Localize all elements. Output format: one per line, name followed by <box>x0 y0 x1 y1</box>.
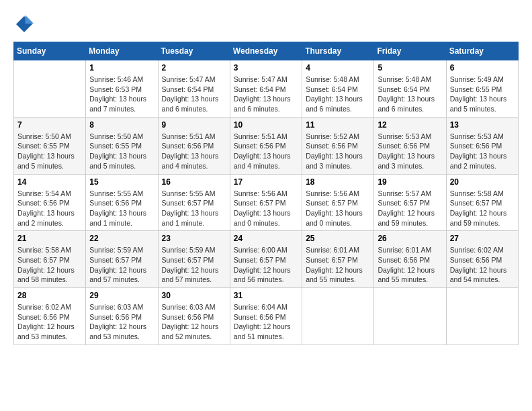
day-info: Sunrise: 5:56 AMSunset: 6:57 PMDaylight:… <box>234 189 298 228</box>
sunset-text: Sunset: 6:57 PM <box>89 256 142 264</box>
calendar-cell <box>14 60 86 118</box>
sunset-text: Sunset: 6:56 PM <box>162 142 214 150</box>
sunset-text: Sunset: 6:57 PM <box>378 199 430 207</box>
day-info: Sunrise: 6:03 AMSunset: 6:56 PMDaylight:… <box>162 302 226 342</box>
daylight-text: Daylight: 13 hours and 7 minutes. <box>89 95 146 113</box>
sunset-text: Sunset: 6:54 PM <box>378 85 430 93</box>
day-info: Sunrise: 5:52 AMSunset: 6:56 PMDaylight:… <box>306 132 370 171</box>
calendar-cell: 26Sunrise: 6:01 AMSunset: 6:56 PMDayligh… <box>374 231 446 288</box>
day-info: Sunrise: 5:48 AMSunset: 6:54 PMDaylight:… <box>378 75 442 114</box>
day-info: Sunrise: 5:50 AMSunset: 6:55 PMDaylight:… <box>89 132 154 171</box>
sunset-text: Sunset: 6:55 PM <box>450 85 502 93</box>
calendar-cell: 19Sunrise: 5:57 AMSunset: 6:57 PMDayligh… <box>374 174 446 231</box>
sunset-text: Sunset: 6:54 PM <box>162 85 214 93</box>
day-number: 2 <box>162 63 226 73</box>
day-info: Sunrise: 5:47 AMSunset: 6:54 PMDaylight:… <box>234 75 298 114</box>
sunrise-text: Sunrise: 5:58 AM <box>450 189 504 197</box>
day-info: Sunrise: 6:02 AMSunset: 6:56 PMDaylight:… <box>450 245 515 285</box>
calendar-cell: 7Sunrise: 5:50 AMSunset: 6:55 PMDaylight… <box>14 117 86 174</box>
sunrise-text: Sunrise: 5:51 AM <box>234 132 287 140</box>
day-number: 29 <box>89 291 154 300</box>
calendar-cell: 24Sunrise: 6:00 AMSunset: 6:57 PMDayligh… <box>230 231 302 288</box>
daylight-text: Daylight: 12 hours and 53 minutes. <box>17 322 75 340</box>
calendar-cell: 15Sunrise: 5:55 AMSunset: 6:56 PMDayligh… <box>86 174 158 231</box>
sunrise-text: Sunrise: 5:59 AM <box>162 246 216 254</box>
sunrise-text: Sunrise: 5:51 AM <box>162 132 216 140</box>
day-number: 24 <box>234 234 298 243</box>
calendar-cell: 25Sunrise: 6:01 AMSunset: 6:57 PMDayligh… <box>302 231 374 288</box>
sunset-text: Sunset: 6:57 PM <box>306 199 358 207</box>
sunset-text: Sunset: 6:56 PM <box>450 142 502 150</box>
sunset-text: Sunset: 6:56 PM <box>234 142 286 150</box>
day-number: 15 <box>89 177 154 187</box>
sunrise-text: Sunrise: 6:03 AM <box>89 303 143 311</box>
day-number: 31 <box>234 291 298 300</box>
header-saturday: Saturday <box>446 42 518 60</box>
calendar-cell: 11Sunrise: 5:52 AMSunset: 6:56 PMDayligh… <box>302 117 374 174</box>
calendar-cell: 17Sunrise: 5:56 AMSunset: 6:57 PMDayligh… <box>230 174 302 231</box>
calendar-cell: 5Sunrise: 5:48 AMSunset: 6:54 PMDaylight… <box>374 60 446 118</box>
day-number: 27 <box>450 234 515 243</box>
calendar-cell: 27Sunrise: 6:02 AMSunset: 6:56 PMDayligh… <box>446 231 518 288</box>
day-info: Sunrise: 6:02 AMSunset: 6:56 PMDaylight:… <box>17 302 82 342</box>
day-number: 28 <box>17 291 82 300</box>
sunrise-text: Sunrise: 6:00 AM <box>234 246 287 254</box>
daylight-text: Daylight: 13 hours and 4 minutes. <box>234 152 291 170</box>
daylight-text: Daylight: 13 hours and 6 minutes. <box>378 95 435 113</box>
daylight-text: Daylight: 12 hours and 59 minutes. <box>378 209 435 227</box>
week-row-2: 7Sunrise: 5:50 AMSunset: 6:55 PMDaylight… <box>14 117 519 174</box>
day-number: 26 <box>378 234 442 243</box>
calendar-cell: 8Sunrise: 5:50 AMSunset: 6:55 PMDaylight… <box>86 117 158 174</box>
daylight-text: Daylight: 13 hours and 6 minutes. <box>162 95 219 113</box>
sunrise-text: Sunrise: 6:02 AM <box>17 303 71 311</box>
sunrise-text: Sunrise: 5:53 AM <box>378 132 431 140</box>
calendar-cell: 16Sunrise: 5:55 AMSunset: 6:57 PMDayligh… <box>158 174 230 231</box>
day-number: 11 <box>306 120 370 130</box>
sunrise-text: Sunrise: 6:02 AM <box>450 246 504 254</box>
day-info: Sunrise: 6:01 AMSunset: 6:56 PMDaylight:… <box>378 245 442 285</box>
calendar-cell: 23Sunrise: 5:59 AMSunset: 6:57 PMDayligh… <box>158 231 230 288</box>
day-number: 1 <box>89 63 154 73</box>
svg-marker-0 <box>16 16 32 32</box>
day-info: Sunrise: 6:00 AMSunset: 6:57 PMDaylight:… <box>234 245 298 285</box>
sunset-text: Sunset: 6:56 PM <box>234 313 286 321</box>
sunrise-text: Sunrise: 5:58 AM <box>17 246 71 254</box>
day-number: 10 <box>234 120 298 130</box>
daylight-text: Daylight: 12 hours and 56 minutes. <box>234 266 291 284</box>
sunset-text: Sunset: 6:54 PM <box>234 85 286 93</box>
day-number: 9 <box>162 120 226 130</box>
day-number: 7 <box>17 120 82 130</box>
sunset-text: Sunset: 6:56 PM <box>17 313 70 321</box>
daylight-text: Daylight: 12 hours and 54 minutes. <box>450 266 507 284</box>
sunrise-text: Sunrise: 6:03 AM <box>162 303 216 311</box>
sunrise-text: Sunrise: 5:57 AM <box>378 189 431 197</box>
calendar-cell: 13Sunrise: 5:53 AMSunset: 6:56 PMDayligh… <box>446 117 518 174</box>
day-number: 8 <box>89 120 154 130</box>
day-number: 20 <box>450 177 515 187</box>
day-info: Sunrise: 5:50 AMSunset: 6:55 PMDaylight:… <box>17 132 82 171</box>
daylight-text: Daylight: 13 hours and 4 minutes. <box>162 152 219 170</box>
day-number: 21 <box>17 234 82 243</box>
calendar-cell: 29Sunrise: 6:03 AMSunset: 6:56 PMDayligh… <box>86 288 158 345</box>
sunrise-text: Sunrise: 5:48 AM <box>378 75 431 83</box>
day-info: Sunrise: 5:51 AMSunset: 6:56 PMDaylight:… <box>234 132 298 171</box>
day-info: Sunrise: 6:04 AMSunset: 6:56 PMDaylight:… <box>234 302 298 342</box>
calendar-cell: 21Sunrise: 5:58 AMSunset: 6:57 PMDayligh… <box>14 231 86 288</box>
calendar-cell: 1Sunrise: 5:46 AMSunset: 6:53 PMDaylight… <box>86 60 158 118</box>
sunrise-text: Sunrise: 5:53 AM <box>450 132 504 140</box>
sunrise-text: Sunrise: 5:47 AM <box>162 75 216 83</box>
day-number: 25 <box>306 234 370 243</box>
daylight-text: Daylight: 13 hours and 2 minutes. <box>17 209 75 227</box>
sunrise-text: Sunrise: 5:54 AM <box>17 189 71 197</box>
sunset-text: Sunset: 6:53 PM <box>89 85 142 93</box>
daylight-text: Daylight: 13 hours and 5 minutes. <box>89 152 146 170</box>
calendar-cell: 12Sunrise: 5:53 AMSunset: 6:56 PMDayligh… <box>374 117 446 174</box>
day-info: Sunrise: 5:55 AMSunset: 6:56 PMDaylight:… <box>89 189 154 228</box>
sunrise-text: Sunrise: 5:55 AM <box>162 189 216 197</box>
day-info: Sunrise: 5:48 AMSunset: 6:54 PMDaylight:… <box>306 75 370 114</box>
sunset-text: Sunset: 6:57 PM <box>234 256 286 264</box>
calendar-cell <box>446 288 518 345</box>
calendar-cell: 4Sunrise: 5:48 AMSunset: 6:54 PMDaylight… <box>302 60 374 118</box>
page-header <box>13 13 519 35</box>
sunset-text: Sunset: 6:55 PM <box>17 142 70 150</box>
